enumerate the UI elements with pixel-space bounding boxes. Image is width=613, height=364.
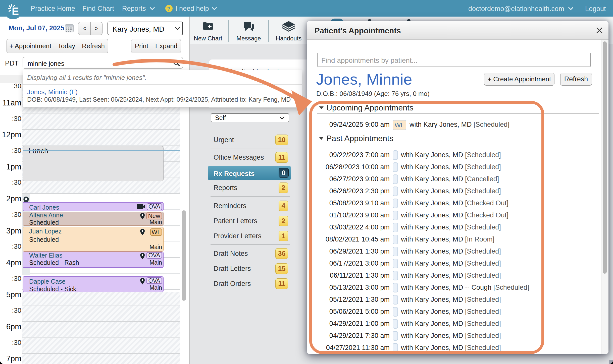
svg-text:E: E <box>12 5 19 16</box>
